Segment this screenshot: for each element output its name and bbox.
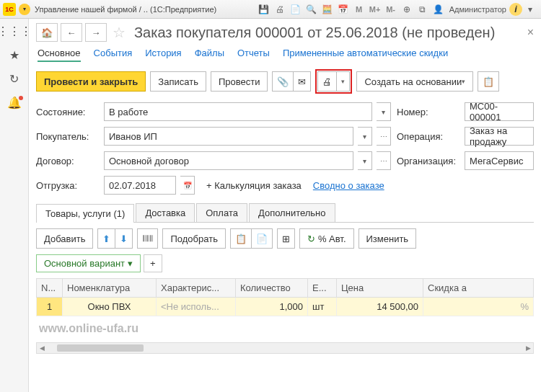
post-button[interactable]: Провести xyxy=(211,71,268,92)
favorite-icon[interactable]: ★ xyxy=(9,48,19,62)
pick-button[interactable]: Подобрать xyxy=(162,228,225,249)
m-minus-icon[interactable]: M- xyxy=(384,3,397,16)
number-field[interactable]: МС00-000001 xyxy=(465,102,534,121)
contract-dropdown[interactable]: ▾ xyxy=(358,151,372,170)
summary-link[interactable]: Сводно о заказе xyxy=(313,180,384,191)
subtab-extra[interactable]: Дополнительно xyxy=(249,203,335,222)
number-label: Номер: xyxy=(397,107,460,117)
tab-history[interactable]: История xyxy=(145,48,181,62)
state-field[interactable]: В работе xyxy=(104,102,372,121)
tab-events[interactable]: События xyxy=(94,48,133,62)
barcode-button[interactable]: ⦀⦀⦀ xyxy=(137,228,158,249)
buyer-open[interactable]: ⋯ xyxy=(377,127,391,146)
state-label: Состояние: xyxy=(36,107,100,117)
print-dropdown[interactable] xyxy=(337,71,350,92)
print-icon[interactable]: 🖨 xyxy=(273,3,286,16)
change-button[interactable]: Изменить xyxy=(359,228,417,249)
history-icon[interactable]: ↻ xyxy=(9,72,19,86)
ship-label: Отгрузка: xyxy=(36,180,100,191)
subtab-goods[interactable]: Товары, услуги (1) xyxy=(36,204,134,223)
contract-open[interactable]: ⋯ xyxy=(377,151,391,170)
state-dropdown[interactable]: ▾ xyxy=(377,102,391,121)
settings-grid-button[interactable]: ⊞ xyxy=(277,228,295,249)
contract-label: Договор: xyxy=(36,156,100,166)
close-button[interactable]: × xyxy=(527,26,534,39)
forward-button[interactable]: → xyxy=(85,23,107,42)
move-down-button[interactable]: ⬇ xyxy=(115,228,133,249)
subtab-delivery[interactable]: Доставка xyxy=(136,203,195,222)
tab-files[interactable]: Файлы xyxy=(195,48,224,62)
variant-button[interactable]: Основной вариант ▾ xyxy=(36,254,141,272)
doc-icon[interactable]: 📄 xyxy=(289,3,302,16)
user-icon: 👤 xyxy=(432,3,445,16)
preview-icon[interactable]: 🔍 xyxy=(305,3,318,16)
save-button[interactable]: Записать xyxy=(150,71,206,92)
post-and-close-button[interactable]: Провести и закрыть xyxy=(36,71,146,92)
operation-field[interactable]: Заказ на продажу xyxy=(465,127,534,146)
add-variant-button[interactable]: + xyxy=(144,254,162,272)
buyer-dropdown[interactable]: ▾ xyxy=(358,127,372,146)
minimize-icon[interactable]: ▾ xyxy=(524,3,537,16)
calc-icon[interactable]: 🧮 xyxy=(321,3,334,16)
zoom-icon[interactable]: ⊕ xyxy=(400,3,413,16)
back-button[interactable]: ← xyxy=(61,23,82,42)
org-field[interactable]: МегаСервис xyxy=(465,151,534,170)
table-row[interactable]: 1 Окно ПВХ <Не исполь... 1,000 шт 14 500… xyxy=(37,298,534,316)
col-unit[interactable]: Е... xyxy=(308,279,337,298)
operation-label: Операция: xyxy=(397,131,460,142)
col-n[interactable]: N... xyxy=(37,279,63,298)
col-price[interactable]: Цена xyxy=(337,279,423,298)
col-nom[interactable]: Номенклатура xyxy=(63,279,157,298)
apps-icon[interactable]: ⋮⋮⋮ xyxy=(0,24,32,38)
ship-calendar[interactable]: 📅 xyxy=(180,176,195,195)
move-up-button[interactable]: ⬆ xyxy=(97,228,115,249)
save-icon[interactable]: 💾 xyxy=(258,3,270,16)
app-menu-dropdown[interactable]: ▾ xyxy=(19,4,30,15)
page-title: Заказ покупателя 000001 от 25.06.2018 (н… xyxy=(134,24,495,41)
buyer-label: Покупатель: xyxy=(36,131,100,142)
col-qty[interactable]: Количество xyxy=(236,279,308,298)
user-name[interactable]: Администратор xyxy=(449,5,506,14)
scroll-thumb[interactable] xyxy=(57,344,144,352)
email-button[interactable]: ✉ xyxy=(294,71,311,92)
calc-link[interactable]: + Калькуляция заказа xyxy=(206,180,302,191)
app-logo: 1С xyxy=(3,3,16,16)
col-char[interactable]: Характерис... xyxy=(157,279,236,298)
star-icon[interactable]: ☆ xyxy=(113,24,126,41)
print-button[interactable]: 🖨 xyxy=(317,71,337,92)
report-button[interactable]: 📋 xyxy=(478,71,499,92)
tabs-icon[interactable]: ⧉ xyxy=(416,3,429,16)
auto-pct-button[interactable]: ↻% Авт. xyxy=(299,228,354,249)
ship-field[interactable]: 02.07.2018 xyxy=(104,176,176,195)
attach-button[interactable]: 📎 xyxy=(272,71,294,92)
contract-field[interactable]: Основной договор xyxy=(104,151,353,170)
create-based-button[interactable]: Создать на основании xyxy=(356,71,473,92)
watermark: www.online-ufa.ru xyxy=(36,316,534,341)
tab-main[interactable]: Основное xyxy=(38,48,81,62)
calendar-icon[interactable]: 📅 xyxy=(337,3,350,16)
tab-reports[interactable]: Отчеты xyxy=(237,48,270,62)
m-icon[interactable]: M xyxy=(353,3,366,16)
org-label: Организация: xyxy=(397,156,460,166)
paste-button[interactable]: 📄 xyxy=(252,228,273,249)
notifications-icon[interactable]: 🔔 xyxy=(7,96,22,110)
home-button[interactable]: 🏠 xyxy=(36,23,58,42)
scroll-right-icon[interactable]: ▶ xyxy=(523,344,533,352)
copy-button[interactable]: 📋 xyxy=(230,228,252,249)
scroll-left-icon[interactable]: ◀ xyxy=(37,344,47,352)
m-plus-icon[interactable]: M+ xyxy=(369,3,382,16)
info-icon[interactable]: i xyxy=(509,3,522,16)
window-title: Управление нашей фирмой / .. (1С:Предпри… xyxy=(35,5,256,14)
tab-discounts[interactable]: Примененные автоматические скидки xyxy=(283,48,448,62)
add-row-button[interactable]: Добавить xyxy=(36,228,93,249)
subtab-payment[interactable]: Оплата xyxy=(196,203,247,222)
horizontal-scrollbar[interactable]: ◀ ▶ xyxy=(36,342,534,354)
col-disc[interactable]: Скидка а xyxy=(423,279,534,298)
goods-table: N... Номенклатура Характерис... Количест… xyxy=(36,278,534,316)
buyer-field[interactable]: Иванов ИП xyxy=(104,127,353,146)
